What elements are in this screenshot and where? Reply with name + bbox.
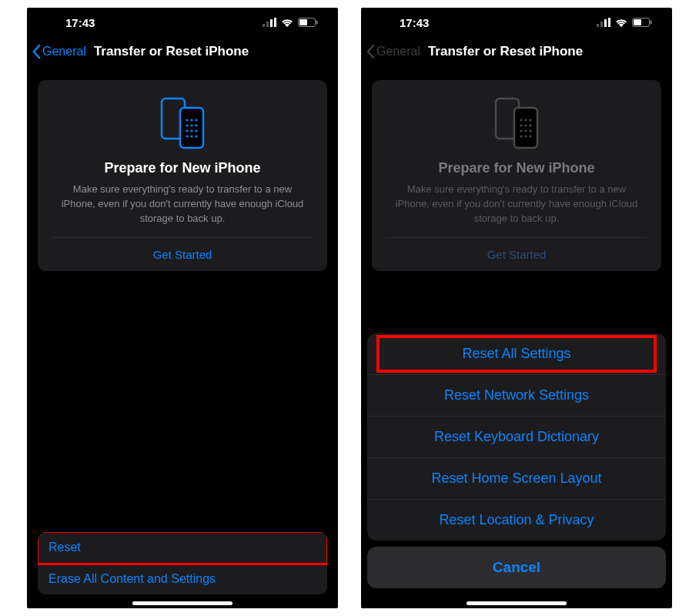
phone-screen-right: 17:43 General Transfer or Reset iPhone (361, 8, 672, 608)
reset-location-privacy-button[interactable]: Reset Location & Privacy (367, 500, 666, 541)
svg-point-37 (524, 129, 527, 132)
reset-all-settings-button[interactable]: Reset All Settings (367, 333, 666, 375)
svg-point-39 (520, 135, 522, 137)
svg-point-34 (524, 124, 527, 126)
svg-rect-6 (316, 21, 318, 25)
erase-all-button[interactable]: Erase All Content and Settings (38, 564, 327, 594)
cellular-signal-icon (263, 18, 276, 27)
svg-rect-8 (180, 108, 203, 148)
svg-point-41 (529, 135, 531, 137)
card-description: Make sure everything's ready to transfer… (52, 182, 313, 237)
nav-bar: General Transfer or Reset iPhone (27, 37, 338, 66)
svg-point-33 (520, 124, 522, 126)
svg-point-35 (529, 124, 531, 126)
status-icons (597, 18, 652, 27)
svg-rect-0 (263, 24, 265, 27)
svg-rect-23 (604, 19, 607, 27)
wifi-icon (615, 18, 627, 27)
svg-point-9 (186, 119, 188, 121)
reset-home-screen-layout-button[interactable]: Reset Home Screen Layout (367, 458, 666, 500)
card-description: Make sure everything's ready to transfer… (386, 182, 647, 237)
svg-point-20 (195, 135, 197, 137)
svg-rect-21 (597, 24, 599, 27)
reset-network-settings-button[interactable]: Reset Network Settings (367, 375, 666, 417)
status-bar: 17:43 (361, 8, 672, 37)
wifi-icon (281, 18, 293, 27)
chevron-left-icon (32, 44, 41, 59)
card-title: Prepare for New iPhone (386, 160, 647, 176)
back-label: General (376, 45, 420, 59)
svg-point-30 (520, 119, 522, 121)
svg-point-36 (520, 129, 522, 132)
sheet-options: Reset All Settings Reset Network Setting… (367, 333, 666, 541)
svg-rect-24 (608, 18, 610, 27)
nav-bar: General Transfer or Reset iPhone (361, 37, 672, 66)
svg-rect-27 (651, 21, 652, 25)
svg-rect-22 (600, 22, 603, 27)
chevron-left-icon (366, 44, 375, 59)
svg-rect-3 (274, 18, 276, 27)
svg-point-12 (186, 124, 188, 126)
svg-rect-26 (634, 19, 641, 25)
svg-point-31 (524, 119, 527, 121)
svg-point-18 (186, 135, 188, 137)
back-label: General (42, 45, 86, 59)
svg-point-17 (195, 129, 197, 132)
transfer-devices-icon (52, 97, 313, 149)
svg-rect-2 (270, 19, 273, 27)
reset-button[interactable]: Reset (38, 532, 327, 564)
prepare-card: Prepare for New iPhone Make sure everyth… (38, 80, 327, 271)
back-button: General (366, 44, 420, 59)
svg-rect-5 (299, 19, 307, 25)
svg-point-32 (529, 119, 531, 121)
reset-keyboard-dictionary-button[interactable]: Reset Keyboard Dictionary (367, 417, 666, 458)
cellular-signal-icon (597, 18, 610, 27)
battery-icon (298, 18, 318, 27)
svg-point-15 (186, 129, 188, 132)
status-time: 17:43 (400, 16, 429, 29)
get-started-button[interactable]: Get Started (52, 237, 313, 271)
status-time: 17:43 (65, 16, 95, 29)
home-indicator[interactable] (132, 601, 232, 605)
home-indicator[interactable] (467, 601, 567, 605)
svg-point-10 (190, 119, 192, 121)
phone-screen-left: 17:43 General Transfer or Reset iPhone (27, 8, 338, 608)
svg-point-19 (190, 135, 192, 137)
svg-point-16 (190, 129, 192, 132)
svg-point-38 (529, 129, 531, 132)
reset-action-sheet: Reset All Settings Reset Network Setting… (367, 333, 666, 599)
svg-point-13 (190, 124, 192, 126)
bottom-list: Reset Erase All Content and Settings (38, 532, 327, 594)
transfer-devices-icon (386, 97, 647, 149)
svg-point-11 (195, 119, 197, 121)
status-icons (263, 18, 318, 27)
prepare-card: Prepare for New iPhone Make sure everyth… (372, 80, 661, 271)
svg-rect-29 (514, 108, 537, 148)
svg-point-40 (524, 135, 527, 137)
back-button[interactable]: General (32, 44, 86, 59)
nav-title: Transfer or Reset iPhone (428, 44, 583, 59)
card-title: Prepare for New iPhone (52, 160, 313, 176)
nav-title: Transfer or Reset iPhone (94, 44, 249, 59)
battery-icon (632, 18, 652, 27)
status-bar: 17:43 (27, 8, 338, 37)
get-started-button: Get Started (386, 237, 647, 271)
svg-rect-1 (266, 22, 269, 27)
svg-point-14 (195, 124, 197, 126)
cancel-button[interactable]: Cancel (367, 547, 666, 588)
